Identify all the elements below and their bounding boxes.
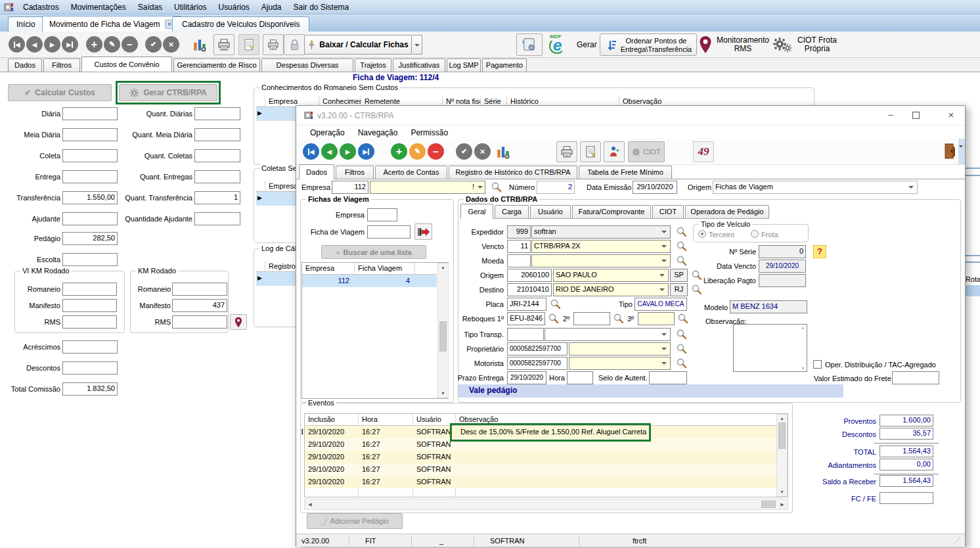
reboque3-field[interactable]	[638, 312, 675, 325]
cancel-button[interactable]: ×	[163, 36, 179, 53]
last-record-button[interactable]: ▶	[358, 143, 374, 160]
selo-field[interactable]	[649, 371, 687, 384]
frota-radio[interactable]	[751, 230, 759, 238]
menu-movimentacoes[interactable]: Movimentações	[65, 0, 132, 14]
eventos-vscrollbar[interactable]: ▲▼	[776, 414, 788, 497]
moeda-code-field[interactable]	[507, 254, 531, 267]
print-button[interactable]	[556, 141, 577, 162]
chevron-down-icon[interactable]	[908, 186, 914, 189]
reboque2-search-icon[interactable]	[613, 313, 624, 324]
baixar-dropdown-button[interactable]	[412, 35, 422, 55]
total-comissao-field[interactable]: 1.832,50	[62, 382, 118, 396]
pedagio-field[interactable]: 282,50	[62, 232, 118, 245]
tab-ciot[interactable]: CIOT	[652, 205, 684, 218]
next-record-button[interactable]: ▶	[44, 36, 60, 53]
exit-door-icon[interactable]	[944, 143, 956, 160]
reboque1-search-icon[interactable]	[548, 313, 559, 324]
vencto-combo[interactable]: CTRB/RPA 2X	[531, 240, 671, 253]
eventos-col-hora[interactable]: Hora	[359, 414, 413, 425]
fc-fe-field[interactable]	[880, 492, 933, 504]
tipo-transp-code-field[interactable]	[507, 328, 544, 341]
document-button[interactable]	[580, 141, 601, 162]
km-rms-field[interactable]	[172, 315, 227, 329]
subtab-filtros[interactable]: Filtros	[43, 58, 80, 72]
origem-uf-field[interactable]: SP	[670, 269, 688, 282]
oper-distribuicao-checkbox[interactable]	[813, 360, 822, 369]
chevron-down-icon[interactable]	[661, 245, 667, 248]
quantidade-ajudante-field[interactable]	[194, 212, 240, 225]
adicionar-pedagio-button[interactable]: _/Adicionar Pedágio	[307, 513, 403, 529]
evento-row[interactable]: 29/10/2020 16:27 SOFTRAN Desc de 15,00% …	[305, 426, 776, 438]
vikm-rms-field[interactable]	[62, 315, 117, 329]
first-record-button[interactable]: ◀	[9, 36, 25, 53]
tab-carga[interactable]: Carga	[495, 205, 529, 218]
subtab-log-smp[interactable]: Log SMP	[447, 58, 481, 72]
tab-movimento-ficha-viagem[interactable]: Movimento de Ficha de Viagem ✕	[42, 16, 182, 32]
modelo-field[interactable]: M BENZ 1634	[730, 300, 807, 313]
map-pin-icon[interactable]	[699, 35, 712, 54]
gerar-ctrb-button[interactable]: Gerar CTRB/RPA	[119, 84, 217, 101]
subtab-dados[interactable]: Dados	[8, 58, 42, 72]
rms-map-button[interactable]	[230, 314, 247, 330]
saldo-receber-field[interactable]: 1.564,43	[880, 475, 933, 487]
expedidor-combo[interactable]: softran	[531, 225, 671, 239]
tab-geral[interactable]: Geral	[460, 204, 493, 219]
hora-field[interactable]	[567, 371, 593, 384]
fichas-col-empresa[interactable]: Empresa	[302, 263, 355, 275]
destino-uf-field[interactable]: RJ	[670, 283, 688, 296]
chevron-down-icon[interactable]	[661, 231, 667, 233]
monitoramento-rms-button[interactable]: Monitoramento RMS	[715, 36, 771, 53]
reboque2-field[interactable]	[573, 312, 610, 325]
motorista-combo[interactable]	[569, 357, 671, 370]
adiantamentos-field[interactable]: 0,00	[880, 459, 933, 470]
menu-ajuda[interactable]: Ajuda	[256, 0, 288, 14]
tab-fatura[interactable]: Fatura/Comprovante	[572, 205, 651, 218]
subtab-custos-convenio[interactable]: Custos de Convênio	[81, 57, 172, 72]
tab-usuario[interactable]: Usuário	[530, 205, 571, 218]
lock-button[interactable]	[284, 34, 305, 55]
print-small-button[interactable]	[263, 34, 284, 55]
quant-entregas-field[interactable]	[194, 170, 240, 183]
help-icon[interactable]: ?	[813, 245, 826, 258]
evento-row[interactable]: 29/10/2020 16:27 SOFTRAN	[305, 451, 776, 463]
origem-combo[interactable]: Fichas de Viagem	[713, 181, 918, 194]
tab-inicio[interactable]: Início	[8, 16, 44, 32]
gerar-label[interactable]: Gerar	[577, 41, 597, 49]
mdfe-scroll-button[interactable]	[516, 34, 543, 56]
scroll-up-icon[interactable]: ▲	[801, 325, 805, 330]
destino-search-icon[interactable]	[691, 284, 702, 295]
quant-meia-diaria-field[interactable]	[194, 128, 240, 141]
scroll-down-icon[interactable]: ▼	[801, 366, 805, 371]
escolta-field[interactable]	[62, 253, 118, 266]
first-record-button[interactable]: ◀	[303, 143, 319, 160]
confirm-button[interactable]: ✔	[456, 143, 472, 160]
logo-49-icon[interactable]: 49	[693, 141, 714, 162]
fichas-col-ficha[interactable]: Ficha Viagem	[355, 263, 415, 275]
ficha-viagem-field[interactable]	[367, 225, 411, 239]
chevron-down-icon[interactable]	[661, 260, 667, 262]
eventos-col-inclusao[interactable]: Inclusão	[305, 414, 359, 425]
eventos-hscrollbar[interactable]: ◀▶	[304, 499, 788, 510]
print-button[interactable]	[213, 34, 234, 55]
km-manifesto-field[interactable]: 437	[172, 299, 227, 312]
valor-estimado-field[interactable]	[892, 371, 939, 384]
observacao-textarea[interactable]: ▲ ▼	[733, 324, 807, 372]
evento-row[interactable]: 29/10/2020 16:27 SOFTRAN	[305, 476, 776, 488]
transfer-user-button[interactable]	[604, 141, 625, 162]
destino-city-combo[interactable]: RIO DE JANEIRO	[553, 283, 669, 296]
descontos-field[interactable]	[62, 361, 118, 375]
menu-saidas[interactable]: Saídas	[132, 0, 168, 14]
dialog-tab-tabela-frete[interactable]: Tabela de Frete Mínimo	[579, 166, 672, 179]
ciot-frota-button[interactable]: CIOT Frota Própria	[796, 36, 838, 53]
placa-search-icon[interactable]	[550, 298, 561, 309]
resize-grip[interactable]: ⋰	[953, 536, 960, 545]
delete-record-button[interactable]: −	[122, 36, 138, 53]
dialog-title-bar[interactable]: v3.20.00 - CTRB/RPA – ×	[296, 106, 965, 126]
vikm-manifesto-field[interactable]	[62, 299, 117, 312]
prev-record-button[interactable]: ◀	[26, 36, 43, 53]
chevron-down-icon[interactable]	[661, 362, 667, 365]
mdfe-logo-icon[interactable]: MDF e	[546, 34, 574, 56]
edit-record-button[interactable]: ✎	[104, 36, 120, 53]
prev-record-button[interactable]: ◀	[321, 143, 338, 160]
placa-field[interactable]: JRI-2144	[507, 298, 546, 311]
